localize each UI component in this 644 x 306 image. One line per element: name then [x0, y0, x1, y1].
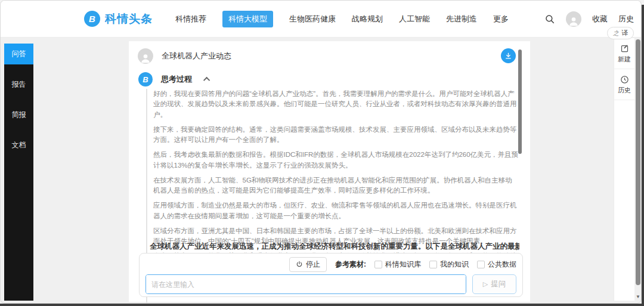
- favorites-link[interactable]: 收藏: [592, 14, 608, 24]
- chat-scrollbar-thumb[interactable]: [518, 50, 522, 154]
- window-edge-right: [642, 5, 644, 306]
- sidebar-item-document[interactable]: 文档: [4, 135, 33, 156]
- sidebar-item-briefing[interactable]: 简报: [4, 104, 33, 125]
- stop-button[interactable]: 停止: [289, 257, 327, 272]
- nav-item-xianjinzhizao[interactable]: 先进制造: [446, 14, 477, 24]
- checkbox-keqing-kb[interactable]: [374, 261, 382, 268]
- history-link[interactable]: 历史: [618, 14, 634, 24]
- power-icon: [296, 261, 303, 268]
- source-label: 科情知识库: [385, 259, 421, 270]
- translate-stroke-icon: 之: [613, 29, 619, 38]
- nav-item-zhanlueguihua[interactable]: 战略规划: [352, 14, 383, 24]
- brand-name: 科情头条: [105, 11, 153, 27]
- reference-label: 参考素材:: [335, 259, 366, 270]
- nav-item-more[interactable]: 更多: [493, 14, 509, 24]
- answer-preview-text: 全球机器人产业近年来发展迅速，正成为推动全球经济转型和科技创新的重要力量。以下是…: [150, 242, 519, 252]
- composer-panel: 停止 参考素材: 科情知识库 我的知识 公共数据: [139, 253, 523, 297]
- send-icon: ▷: [483, 280, 488, 288]
- source-option-my-knowledge[interactable]: 我的知识: [429, 259, 469, 270]
- source-option-public-data[interactable]: 公共数据: [477, 259, 516, 270]
- thinking-paragraph: 接下来，我要确定回答的结构。通常，这类问题需要涵盖市场规模、技术发展、主要应用领…: [153, 125, 519, 146]
- page-scrollbar-thumb[interactable]: [636, 39, 640, 285]
- collapse-chevron-icon[interactable]: [203, 77, 210, 84]
- ask-label: 提问: [491, 279, 506, 289]
- user-avatar[interactable]: [566, 11, 581, 27]
- checkbox-my-knowledge[interactable]: [429, 261, 437, 268]
- ai-logo-icon: B: [138, 72, 153, 86]
- source-label: 我的知识: [440, 259, 469, 270]
- chat-panel: 全球机器人产业动态 B 思考过程 好的，我现在要回答用户的问题“全球机器人产业动…: [129, 41, 530, 302]
- nav-item-keqing-tuijian[interactable]: 科情推荐: [175, 14, 206, 24]
- translate-label: 译: [621, 29, 628, 38]
- question-input[interactable]: [145, 274, 466, 294]
- stop-label: 停止: [306, 259, 320, 270]
- window-edge-bottom: [0, 304, 644, 306]
- left-sidebar: 问答 报告 简报 文档: [4, 44, 33, 301]
- new-doc-icon: [620, 44, 629, 53]
- brand-logo-icon: B: [84, 11, 100, 27]
- right-toolbar: 新建 历史: [614, 38, 634, 301]
- screenshot-stage: B 科情头条 科情推荐 科情大模型 生物医药健康 战略规划 人工智能 先进制造 …: [0, 0, 644, 306]
- sidebar-item-qa[interactable]: 问答: [4, 44, 33, 64]
- nav-item-keqing-damoxing[interactable]: 科情大模型: [222, 11, 273, 27]
- user-query-row: 全球机器人产业动态: [138, 48, 231, 64]
- browser-page: B 科情头条 科情推荐 科情大模型 生物医药健康 战略规划 人工智能 先进制造 …: [0, 0, 642, 304]
- thinking-paragraph: 总结一下，我的回答将包括市场规模、技术发展、应用领域、区域分布和未来趋势，每个部…: [153, 302, 519, 304]
- nav-item-shengwuyiyao[interactable]: 生物医药健康: [289, 14, 336, 24]
- page-scrollbar[interactable]: ▼: [635, 38, 641, 299]
- brand-logo[interactable]: B 科情头条: [84, 11, 153, 27]
- nav-item-rengongzhineng[interactable]: 人工智能: [399, 14, 430, 24]
- user-query-text: 全球机器人产业动态: [162, 51, 231, 61]
- composer-input-row: ▷ 提问: [145, 274, 516, 294]
- new-session-button[interactable]: 新建: [614, 38, 634, 69]
- translate-pill-button[interactable]: 之 译: [607, 27, 634, 39]
- query-user-avatar: [138, 48, 153, 64]
- scroll-down-arrow-icon[interactable]: ▼: [635, 294, 641, 299]
- thinking-paragraph: 应用领域方面，制造业仍然是最大的市场，但医疗、农业、物流和零售等领域的机器人应用…: [153, 200, 519, 221]
- thinking-header-row: B 思考过程: [138, 72, 210, 86]
- main-nav-menu: 科情推荐 科情大模型 生物医药健康 战略规划 人工智能 先进制造 更多: [175, 11, 509, 27]
- checkbox-public-data[interactable]: [477, 261, 485, 268]
- top-navbar: B 科情头条 科情推荐 科情大模型 生物医药健康 战略规划 人工智能 先进制造 …: [1, 1, 641, 38]
- thinking-title: 思考过程: [161, 74, 192, 85]
- download-button[interactable]: [501, 48, 516, 63]
- ask-button[interactable]: ▷ 提问: [472, 274, 516, 294]
- thinking-paragraph: 然后，我考虑收集最新的数据和报告。根据IDC和IFR的数据，全球机器人市场规模在…: [153, 150, 519, 171]
- history-button[interactable]: 历史: [614, 69, 634, 100]
- composer-options-row: 停止 参考素材: 科情知识库 我的知识 公共数据: [145, 257, 516, 271]
- thinking-paragraph: 在技术发展方面，人工智能、5G和物联网技术的进步正在推动机器人智能化和应用范围的…: [153, 175, 519, 196]
- new-session-label: 新建: [618, 55, 631, 64]
- navbar-right-group: 收藏 历史: [544, 11, 634, 27]
- source-option-keqing-kb[interactable]: 科情知识库: [374, 259, 421, 270]
- clock-icon: [620, 75, 629, 84]
- source-label: 公共数据: [488, 259, 516, 270]
- thinking-paragraph: 好的，我现在要回答用户的问题“全球机器人产业动态”。首先，我需要理解用户的需求是…: [153, 89, 519, 120]
- sidebar-item-report[interactable]: 报告: [4, 74, 33, 95]
- search-icon[interactable]: [544, 14, 555, 24]
- history-rail-label: 历史: [618, 86, 631, 95]
